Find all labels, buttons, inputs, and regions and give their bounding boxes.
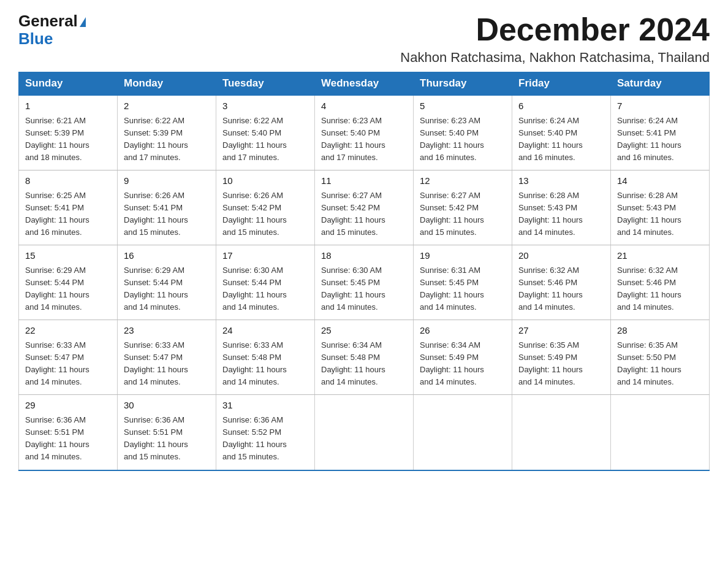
day-info: Sunrise: 6:36 AMSunset: 5:51 PMDaylight:… bbox=[25, 415, 89, 461]
day-number: 8 bbox=[25, 174, 111, 188]
day-number: 15 bbox=[25, 249, 111, 263]
day-cell: 17Sunrise: 6:30 AMSunset: 5:44 PMDayligh… bbox=[216, 245, 315, 320]
day-info: Sunrise: 6:24 AMSunset: 5:40 PMDaylight:… bbox=[518, 116, 583, 162]
week-row-3: 15Sunrise: 6:29 AMSunset: 5:44 PMDayligh… bbox=[19, 245, 710, 320]
day-number: 5 bbox=[420, 99, 506, 113]
day-number: 30 bbox=[124, 399, 210, 413]
day-number: 14 bbox=[617, 174, 703, 188]
day-cell: 29Sunrise: 6:36 AMSunset: 5:51 PMDayligh… bbox=[19, 395, 118, 470]
day-number: 6 bbox=[518, 99, 604, 113]
header-sunday: Sunday bbox=[19, 72, 118, 96]
header-thursday: Thursday bbox=[414, 72, 512, 96]
day-info: Sunrise: 6:31 AMSunset: 5:45 PMDaylight:… bbox=[420, 266, 484, 312]
day-cell: 21Sunrise: 6:32 AMSunset: 5:46 PMDayligh… bbox=[611, 245, 710, 320]
day-info: Sunrise: 6:24 AMSunset: 5:41 PMDaylight:… bbox=[617, 116, 681, 162]
day-info: Sunrise: 6:33 AMSunset: 5:47 PMDaylight:… bbox=[25, 340, 89, 386]
day-cell: 15Sunrise: 6:29 AMSunset: 5:44 PMDayligh… bbox=[19, 245, 118, 320]
title-block: December 2024 Nakhon Ratchasima, Nakhon … bbox=[400, 12, 710, 66]
day-number: 24 bbox=[222, 324, 308, 338]
day-cell: 24Sunrise: 6:33 AMSunset: 5:48 PMDayligh… bbox=[216, 320, 315, 395]
header-friday: Friday bbox=[512, 72, 611, 96]
day-cell: 11Sunrise: 6:27 AMSunset: 5:42 PMDayligh… bbox=[315, 170, 414, 245]
day-info: Sunrise: 6:28 AMSunset: 5:43 PMDaylight:… bbox=[617, 191, 681, 237]
week-row-2: 8Sunrise: 6:25 AMSunset: 5:41 PMDaylight… bbox=[19, 170, 710, 245]
day-number: 7 bbox=[617, 99, 703, 113]
day-cell: 10Sunrise: 6:26 AMSunset: 5:42 PMDayligh… bbox=[216, 170, 315, 245]
day-cell: 30Sunrise: 6:36 AMSunset: 5:51 PMDayligh… bbox=[118, 395, 216, 470]
day-cell: 18Sunrise: 6:30 AMSunset: 5:45 PMDayligh… bbox=[315, 245, 414, 320]
day-number: 22 bbox=[25, 324, 111, 338]
day-info: Sunrise: 6:29 AMSunset: 5:44 PMDaylight:… bbox=[25, 266, 89, 312]
day-cell: 4Sunrise: 6:23 AMSunset: 5:40 PMDaylight… bbox=[315, 95, 414, 170]
day-number: 4 bbox=[321, 99, 407, 113]
day-info: Sunrise: 6:30 AMSunset: 5:44 PMDaylight:… bbox=[222, 266, 287, 312]
day-cell: 26Sunrise: 6:34 AMSunset: 5:49 PMDayligh… bbox=[414, 320, 512, 395]
day-info: Sunrise: 6:22 AMSunset: 5:39 PMDaylight:… bbox=[124, 116, 188, 162]
day-number: 9 bbox=[124, 174, 210, 188]
day-number: 21 bbox=[617, 249, 703, 263]
day-cell: 6Sunrise: 6:24 AMSunset: 5:40 PMDaylight… bbox=[512, 95, 611, 170]
day-info: Sunrise: 6:35 AMSunset: 5:49 PMDaylight:… bbox=[518, 340, 583, 386]
week-row-4: 22Sunrise: 6:33 AMSunset: 5:47 PMDayligh… bbox=[19, 320, 710, 395]
day-number: 25 bbox=[321, 324, 407, 338]
day-info: Sunrise: 6:33 AMSunset: 5:47 PMDaylight:… bbox=[124, 340, 188, 386]
day-cell: 5Sunrise: 6:23 AMSunset: 5:40 PMDaylight… bbox=[414, 95, 512, 170]
day-info: Sunrise: 6:35 AMSunset: 5:50 PMDaylight:… bbox=[617, 340, 681, 386]
day-info: Sunrise: 6:26 AMSunset: 5:42 PMDaylight:… bbox=[222, 191, 287, 237]
day-info: Sunrise: 6:30 AMSunset: 5:45 PMDaylight:… bbox=[321, 266, 385, 312]
day-cell: 12Sunrise: 6:27 AMSunset: 5:42 PMDayligh… bbox=[414, 170, 512, 245]
day-cell bbox=[315, 395, 414, 470]
day-cell: 27Sunrise: 6:35 AMSunset: 5:49 PMDayligh… bbox=[512, 320, 611, 395]
day-number: 16 bbox=[124, 249, 210, 263]
day-info: Sunrise: 6:28 AMSunset: 5:43 PMDaylight:… bbox=[518, 191, 583, 237]
header-monday: Monday bbox=[118, 72, 216, 96]
day-info: Sunrise: 6:32 AMSunset: 5:46 PMDaylight:… bbox=[617, 266, 681, 312]
logo-general: General bbox=[18, 12, 78, 30]
day-number: 28 bbox=[617, 324, 703, 338]
day-info: Sunrise: 6:26 AMSunset: 5:41 PMDaylight:… bbox=[124, 191, 188, 237]
day-cell bbox=[611, 395, 710, 470]
day-number: 18 bbox=[321, 249, 407, 263]
day-cell: 2Sunrise: 6:22 AMSunset: 5:39 PMDaylight… bbox=[118, 95, 216, 170]
day-info: Sunrise: 6:29 AMSunset: 5:44 PMDaylight:… bbox=[124, 266, 188, 312]
day-cell: 28Sunrise: 6:35 AMSunset: 5:50 PMDayligh… bbox=[611, 320, 710, 395]
day-info: Sunrise: 6:36 AMSunset: 5:52 PMDaylight:… bbox=[222, 415, 287, 461]
day-number: 2 bbox=[124, 99, 210, 113]
day-number: 17 bbox=[222, 249, 308, 263]
day-number: 31 bbox=[222, 399, 308, 413]
day-info: Sunrise: 6:34 AMSunset: 5:48 PMDaylight:… bbox=[321, 340, 385, 386]
day-number: 26 bbox=[420, 324, 506, 338]
logo-blue: Blue bbox=[18, 29, 53, 48]
day-info: Sunrise: 6:27 AMSunset: 5:42 PMDaylight:… bbox=[321, 191, 385, 237]
day-cell bbox=[414, 395, 512, 470]
day-cell: 25Sunrise: 6:34 AMSunset: 5:48 PMDayligh… bbox=[315, 320, 414, 395]
day-cell: 7Sunrise: 6:24 AMSunset: 5:41 PMDaylight… bbox=[611, 95, 710, 170]
day-info: Sunrise: 6:23 AMSunset: 5:40 PMDaylight:… bbox=[420, 116, 484, 162]
day-number: 13 bbox=[518, 174, 604, 188]
day-cell: 9Sunrise: 6:26 AMSunset: 5:41 PMDaylight… bbox=[118, 170, 216, 245]
day-number: 29 bbox=[25, 399, 111, 413]
logo: General Blue bbox=[18, 12, 86, 47]
day-cell bbox=[512, 395, 611, 470]
month-title: December 2024 bbox=[400, 12, 710, 47]
day-cell: 16Sunrise: 6:29 AMSunset: 5:44 PMDayligh… bbox=[118, 245, 216, 320]
day-info: Sunrise: 6:22 AMSunset: 5:40 PMDaylight:… bbox=[222, 116, 287, 162]
day-cell: 19Sunrise: 6:31 AMSunset: 5:45 PMDayligh… bbox=[414, 245, 512, 320]
header-tuesday: Tuesday bbox=[216, 72, 315, 96]
day-number: 23 bbox=[124, 324, 210, 338]
week-row-1: 1Sunrise: 6:21 AMSunset: 5:39 PMDaylight… bbox=[19, 95, 710, 170]
day-number: 10 bbox=[222, 174, 308, 188]
header-row: SundayMondayTuesdayWednesdayThursdayFrid… bbox=[19, 72, 710, 96]
day-number: 3 bbox=[222, 99, 308, 113]
day-cell: 13Sunrise: 6:28 AMSunset: 5:43 PMDayligh… bbox=[512, 170, 611, 245]
day-cell: 1Sunrise: 6:21 AMSunset: 5:39 PMDaylight… bbox=[19, 95, 118, 170]
day-number: 12 bbox=[420, 174, 506, 188]
day-cell: 22Sunrise: 6:33 AMSunset: 5:47 PMDayligh… bbox=[19, 320, 118, 395]
day-info: Sunrise: 6:21 AMSunset: 5:39 PMDaylight:… bbox=[25, 116, 89, 162]
day-info: Sunrise: 6:27 AMSunset: 5:42 PMDaylight:… bbox=[420, 191, 484, 237]
day-cell: 8Sunrise: 6:25 AMSunset: 5:41 PMDaylight… bbox=[19, 170, 118, 245]
day-info: Sunrise: 6:23 AMSunset: 5:40 PMDaylight:… bbox=[321, 116, 385, 162]
day-number: 1 bbox=[25, 99, 111, 113]
day-cell: 14Sunrise: 6:28 AMSunset: 5:43 PMDayligh… bbox=[611, 170, 710, 245]
location-subtitle: Nakhon Ratchasima, Nakhon Ratchasima, Th… bbox=[400, 50, 710, 66]
